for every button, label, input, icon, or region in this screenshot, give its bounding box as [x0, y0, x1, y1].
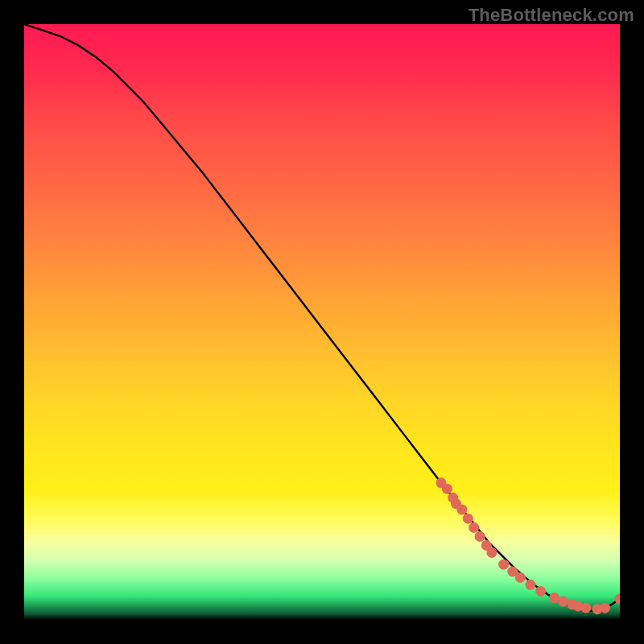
data-point: [498, 559, 509, 570]
dot-cluster: [436, 477, 621, 614]
data-point: [475, 531, 485, 542]
data-point: [549, 592, 559, 603]
data-point: [580, 603, 591, 613]
data-point: [469, 522, 479, 533]
data-point: [515, 572, 526, 583]
curve-line: [24, 24, 620, 611]
data-point: [535, 586, 546, 597]
data-point: [600, 603, 610, 613]
watermark-label: TheBottleneck.com: [469, 5, 634, 26]
bottleneck-chart: [24, 24, 620, 620]
data-point: [526, 580, 536, 590]
data-point: [558, 597, 568, 607]
data-point: [486, 547, 497, 558]
data-point: [463, 514, 473, 524]
data-point: [456, 505, 467, 515]
data-point: [442, 484, 452, 494]
